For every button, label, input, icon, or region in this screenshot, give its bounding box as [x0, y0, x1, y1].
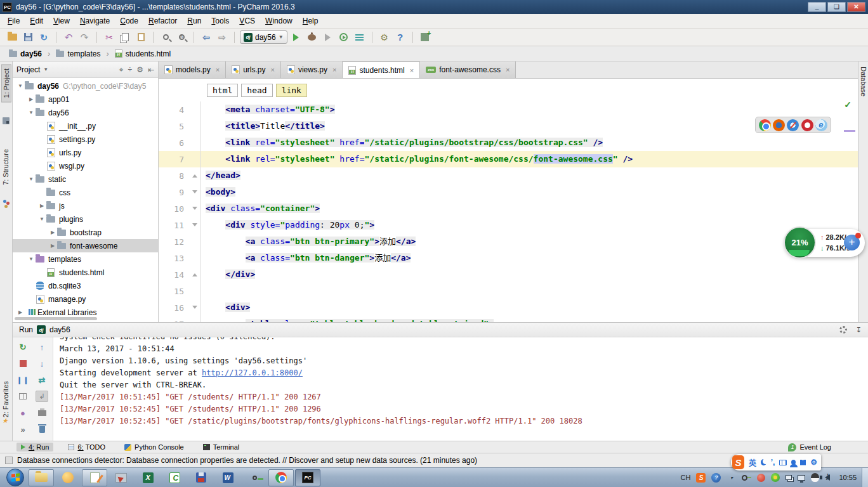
soft-wrap-icon[interactable]: ↲: [36, 391, 48, 402]
memory-percent-ball[interactable]: 21%: [784, 226, 816, 259]
code-line-16[interactable]: 16 <div>: [159, 299, 858, 316]
save-all-icon[interactable]: [21, 30, 35, 44]
expanded-arrow-icon[interactable]: ▼: [38, 216, 46, 222]
maximize-button[interactable]: ❏: [827, 2, 846, 12]
restart-server-icon[interactable]: ⇄: [36, 374, 48, 386]
breadcrumb-item[interactable]: day56: [6, 49, 44, 59]
tab-views-py[interactable]: views.py×: [281, 62, 343, 78]
taskbar-c-editor[interactable]: [162, 469, 187, 486]
sidebar-item-project[interactable]: 1: Project: [1, 64, 11, 102]
start-button[interactable]: [6, 469, 24, 486]
toolwindow-4-run[interactable]: 4: Run: [16, 443, 53, 451]
debug-icon[interactable]: [305, 30, 319, 44]
up-stacktrace-icon[interactable]: ↑: [36, 341, 48, 353]
code-line-10[interactable]: 10<div class="container">: [159, 200, 858, 217]
code-line-4[interactable]: 4 <meta charset="UTF-8">: [159, 101, 858, 118]
chrome-icon[interactable]: [759, 119, 771, 131]
more-options-icon[interactable]: »: [16, 424, 29, 435]
collapsed-arrow-icon[interactable]: ▶: [49, 243, 56, 249]
clear-console-icon[interactable]: [36, 424, 48, 435]
minimize-button[interactable]: _: [808, 2, 826, 12]
toolwindow-python-console[interactable]: Python Console: [120, 443, 188, 451]
collapse-all-icon[interactable]: ÷: [128, 65, 133, 74]
code-line-6[interactable]: 6 <link rel="stylesheet" href="/static/p…: [159, 134, 858, 151]
taskbar-excel[interactable]: [135, 469, 161, 486]
code-line-8[interactable]: 8</head>: [159, 167, 858, 184]
menu-navigate[interactable]: Navigate: [75, 15, 115, 27]
tree-item-external-libraries[interactable]: ▶External Libraries: [13, 306, 158, 315]
editor-breadcrumb-head[interactable]: head: [241, 84, 272, 97]
concurrency-diagram-icon[interactable]: [353, 30, 367, 44]
tree-item-students-html[interactable]: students.html: [13, 266, 158, 279]
menu-help[interactable]: Help: [298, 15, 324, 27]
fold-marker-icon[interactable]: [190, 299, 201, 316]
find-icon[interactable]: [159, 30, 173, 44]
ime-skin-icon[interactable]: [800, 460, 806, 465]
sogou-logo-icon[interactable]: S: [732, 455, 744, 469]
hide-panel-icon[interactable]: ⇤: [148, 65, 154, 74]
tree-item-css[interactable]: css: [13, 186, 158, 199]
event-log-button[interactable]: 1 Event Log: [788, 443, 831, 451]
taskbar-pycharm[interactable]: PC: [295, 469, 320, 486]
firefox-icon[interactable]: [773, 119, 785, 131]
tree-item-wsgi-py[interactable]: wsgi.py: [13, 159, 158, 172]
pause-output-icon[interactable]: ❙❙: [16, 374, 29, 386]
tree-item-templates[interactable]: ▼templates: [13, 252, 158, 266]
locate-file-icon[interactable]: ⌖: [119, 65, 124, 74]
tray-sogou-icon[interactable]: S: [696, 473, 706, 483]
restore-layout-icon[interactable]: [16, 391, 29, 402]
breadcrumb-item[interactable]: templates: [53, 49, 103, 59]
sidebar-item-database[interactable]: Database: [860, 67, 867, 96]
tree-item-plugins[interactable]: ▼plugins: [13, 212, 158, 226]
taskbar-word[interactable]: [215, 469, 240, 486]
menu-tools[interactable]: Tools: [206, 15, 234, 27]
taskbar-explorer[interactable]: [29, 469, 54, 486]
close-tab-icon[interactable]: ×: [216, 66, 220, 74]
menu-vcs[interactable]: VCS: [234, 15, 260, 27]
ime-language-toggle[interactable]: 英: [749, 457, 756, 468]
code-line-17[interactable]: 17 <table class="table table-bordered ta…: [159, 316, 858, 322]
redo-icon[interactable]: ↷: [77, 30, 91, 44]
network-speed-widget[interactable]: 21% ↑28.2K/s ↓76.1K/s +: [785, 229, 865, 257]
tray-show-hidden-icon[interactable]: ▾: [727, 473, 736, 483]
tree-item-day56[interactable]: ▼day56: [13, 106, 158, 119]
code-line-15[interactable]: 15: [159, 283, 858, 299]
fold-marker-icon[interactable]: [190, 200, 201, 217]
tray-key-icon[interactable]: [742, 473, 751, 483]
tray-help-icon[interactable]: ?: [711, 473, 721, 483]
export-settings-icon[interactable]: [418, 30, 432, 44]
toolwindow-terminal[interactable]: Terminal: [199, 443, 244, 451]
tab-models-py[interactable]: models.py×: [159, 62, 226, 78]
sidebar-item-structure[interactable]: 7: Structure: [1, 145, 10, 189]
status-message[interactable]: Database connections detector: Database …: [17, 456, 477, 465]
taskbar-clock[interactable]: 10:55: [839, 474, 857, 481]
taskbar-image-viewer[interactable]: [109, 469, 134, 486]
tree-item-static[interactable]: ▼static: [13, 172, 158, 186]
close-tab-icon[interactable]: ×: [506, 66, 510, 74]
horizontal-scrollbar[interactable]: [15, 317, 97, 320]
close-button[interactable]: ✕: [847, 2, 865, 12]
tree-item--init-py[interactable]: __init__.py: [13, 119, 158, 133]
menu-view[interactable]: View: [48, 15, 75, 27]
server-url-link[interactable]: http://127.0.0.1:8000/: [202, 368, 303, 377]
print-icon[interactable]: [36, 407, 48, 419]
menu-file[interactable]: File: [3, 15, 25, 27]
taskbar-floppy-app[interactable]: [188, 469, 214, 486]
run-icon[interactable]: [289, 30, 303, 44]
ime-avatar-icon[interactable]: [791, 460, 796, 465]
down-stacktrace-icon[interactable]: ↓: [36, 358, 48, 369]
expanded-arrow-icon[interactable]: ▼: [27, 176, 35, 182]
project-panel-title[interactable]: Project: [16, 65, 40, 74]
sidebar-item-favorites[interactable]: 2: Favorites: [1, 377, 10, 421]
rerun-icon[interactable]: ↻: [16, 341, 29, 353]
tray-volume-icon[interactable]: [825, 474, 830, 481]
safari-icon[interactable]: [787, 119, 799, 131]
opera-icon[interactable]: [801, 119, 813, 131]
tree-item-bootstrap[interactable]: ▶bootstrap: [13, 226, 158, 239]
expanded-arrow-icon[interactable]: ▼: [16, 83, 24, 89]
tray-antivirus-360-icon[interactable]: [771, 473, 780, 482]
gear-icon[interactable]: [839, 326, 847, 334]
gear-icon[interactable]: ⚙: [136, 65, 143, 74]
editor-breadcrumb-html[interactable]: html: [207, 84, 238, 97]
ime-punctuation-toggle[interactable]: ’,: [771, 458, 775, 467]
